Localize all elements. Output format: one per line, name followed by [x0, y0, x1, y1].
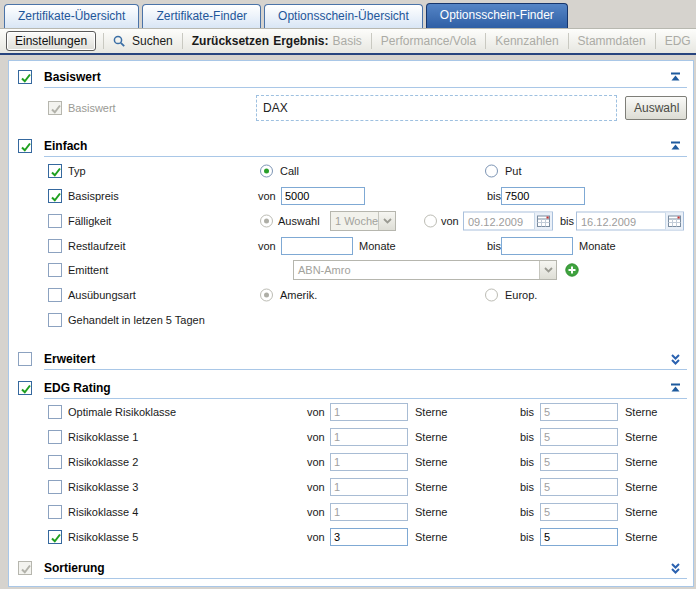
tab-zertifikate-finder[interactable]: Zertifikate-Finder — [142, 4, 261, 28]
optimale-risikoklasse-checkbox[interactable] — [48, 405, 62, 419]
faelligkeit-checkbox[interactable] — [48, 214, 62, 228]
risikoklasse-1-label: Risikoklasse 1 — [68, 431, 138, 443]
von-date-value: 09.12.2009 — [468, 215, 523, 227]
calendar-icon — [534, 213, 552, 230]
sterne-label: Sterne — [415, 506, 447, 518]
call-radio[interactable] — [260, 165, 273, 178]
risikoklasse-4-bis-input — [540, 503, 618, 521]
restlaufzeit-label: Restlaufzeit — [68, 240, 125, 252]
bis-label: bis — [520, 406, 534, 418]
risikoklasse-2-checkbox[interactable] — [48, 455, 62, 469]
section-divider — [44, 87, 687, 88]
risikoklasse-3-checkbox[interactable] — [48, 480, 62, 494]
collapse-icon[interactable] — [669, 382, 682, 395]
put-label: Put — [505, 165, 522, 177]
auswahl-label: Auswahl — [278, 215, 320, 227]
erweitert-section-checkbox[interactable] — [18, 352, 32, 366]
add-emittent-icon[interactable] — [565, 263, 579, 277]
tab-optionsschein-uebersicht[interactable]: Optionsschein-Übersicht — [264, 4, 423, 28]
gehandelt-checkbox[interactable] — [48, 313, 62, 327]
edg-section-checkbox[interactable] — [18, 381, 32, 395]
toolbar-separator — [485, 33, 486, 49]
sterne-label: Sterne — [415, 456, 447, 468]
emittent-label: Emittent — [68, 264, 108, 276]
sterne-label: Sterne — [625, 406, 657, 418]
sterne-label: Sterne — [415, 531, 447, 543]
zuruecksetzen-button[interactable]: Zurücksetzen — [192, 34, 269, 48]
search-icon — [112, 34, 127, 49]
put-radio[interactable] — [485, 165, 498, 178]
faelligkeit-label: Fälligkeit — [68, 215, 111, 227]
basispreis-checkbox[interactable] — [48, 189, 62, 203]
bis-date-field: 16.12.2009 — [576, 212, 684, 231]
restlaufzeit-von-input[interactable] — [281, 237, 353, 255]
bis-label: bis — [487, 190, 501, 202]
optimale-risikoklasse-von-input — [330, 403, 408, 421]
einfach-section-checkbox[interactable] — [18, 139, 32, 153]
restlaufzeit-checkbox[interactable] — [48, 239, 62, 253]
sterne-label: Sterne — [415, 481, 447, 493]
sterne-label: Sterne — [625, 481, 657, 493]
tab-optionsschein-finder[interactable]: Optionsschein-Finder — [426, 3, 568, 28]
zeitraum-value: 1 Woche — [335, 215, 378, 227]
risikoklasse-3-label: Risikoklasse 3 — [68, 481, 138, 493]
result-item-edg: EDG — [665, 34, 691, 48]
europ-radio — [485, 289, 498, 302]
ergebnis-label: Ergebnis: — [273, 34, 328, 48]
sterne-label: Sterne — [415, 431, 447, 443]
risikoklasse-1-checkbox[interactable] — [48, 430, 62, 444]
basiswert-auswahl-button[interactable]: Auswahl — [625, 96, 687, 120]
von-label: von — [307, 456, 325, 468]
gehandelt-label: Gehandelt in letzen 5 Tagen — [68, 314, 205, 326]
finder-form-panel: Basiswert Basiswert DAX Auswahl Einfach … — [8, 60, 694, 587]
basiswert-section-checkbox[interactable] — [18, 70, 32, 84]
sterne-label: Sterne — [625, 531, 657, 543]
toolbar-separator — [568, 33, 569, 49]
monate-label: Monate — [579, 240, 616, 252]
expand-icon[interactable] — [669, 562, 682, 575]
risikoklasse-5-label: Risikoklasse 5 — [68, 531, 138, 543]
risikoklasse-1-von-input — [330, 428, 408, 446]
basispreis-bis-input[interactable] — [501, 187, 585, 205]
risikoklasse-5-checkbox[interactable] — [48, 530, 62, 544]
result-item-performance-vola: Performance/Vola — [381, 34, 476, 48]
ausuebungsart-checkbox[interactable] — [48, 288, 62, 302]
zeitraum-select: 1 Woche — [330, 211, 396, 231]
basiswert-value-box[interactable]: DAX — [256, 95, 617, 121]
tab-bar: Zertifikate-Übersicht Zertifikate-Finder… — [0, 0, 696, 28]
risikoklasse-4-checkbox[interactable] — [48, 505, 62, 519]
collapse-icon[interactable] — [669, 71, 682, 84]
section-divider — [44, 156, 687, 157]
sterne-label: Sterne — [415, 406, 447, 418]
risikoklasse-5-von-input[interactable] — [330, 528, 408, 546]
europ-label: Europ. — [505, 289, 537, 301]
bis-label: bis — [520, 456, 534, 468]
bis-label: bis — [487, 240, 501, 252]
sortierung-section-title: Sortierung — [44, 561, 105, 575]
einstellungen-button[interactable]: Einstellungen — [6, 31, 96, 51]
erweitert-section-title: Erweitert — [44, 352, 95, 366]
tab-zertifikate-uebersicht[interactable]: Zertifikate-Übersicht — [4, 4, 139, 28]
collapse-icon[interactable] — [669, 140, 682, 153]
emittent-checkbox[interactable] — [48, 263, 62, 277]
basispreis-von-input[interactable] — [281, 187, 365, 205]
amerik-radio — [260, 289, 273, 302]
bis-label: bis — [520, 431, 534, 443]
bis-label: bis — [520, 531, 534, 543]
basiswert-row-label: Basiswert — [68, 102, 116, 114]
risikoklasse-5-bis-input[interactable] — [540, 528, 618, 546]
typ-checkbox[interactable] — [48, 164, 62, 178]
risikoklasse-3-von-input — [330, 478, 408, 496]
risikoklasse-2-bis-input — [540, 453, 618, 471]
section-divider — [44, 398, 687, 399]
toolbar-separator — [182, 33, 183, 49]
restlaufzeit-bis-input[interactable] — [501, 237, 573, 255]
chevron-down-icon — [378, 212, 395, 230]
toolbar-separator — [655, 33, 656, 49]
suchen-button[interactable]: Suchen — [132, 34, 173, 48]
toolbar-separator — [103, 33, 104, 49]
typ-label: Typ — [68, 165, 86, 177]
risikoklasse-4-von-input — [330, 503, 408, 521]
expand-icon[interactable] — [669, 353, 682, 366]
einfach-section-title: Einfach — [44, 139, 87, 153]
